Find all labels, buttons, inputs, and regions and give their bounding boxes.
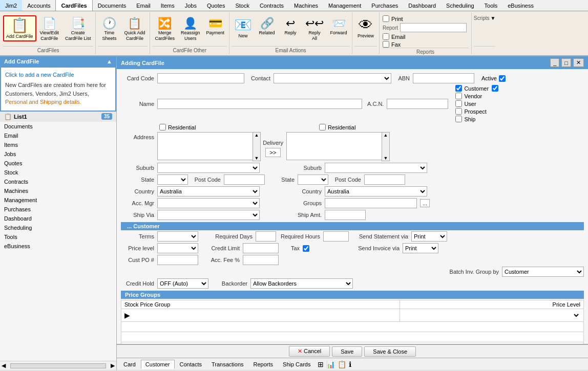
- acn-input[interactable]: [387, 99, 448, 109]
- menu-stock[interactable]: Stock: [230, 0, 255, 11]
- residential-checkbox-left[interactable]: [159, 124, 166, 130]
- print-checkbox[interactable]: [383, 15, 389, 22]
- sidebar-item-stock[interactable]: Stock: [0, 168, 116, 177]
- chart-icon[interactable]: 📊: [326, 360, 335, 368]
- related-button[interactable]: 🔗 Related: [256, 15, 278, 37]
- sidebar-item-contracts[interactable]: Contracts: [0, 177, 116, 186]
- reply-button[interactable]: ↩ Reply: [279, 15, 302, 37]
- residential-checkbox-right[interactable]: [319, 124, 326, 130]
- sidebar-item-ebusiness[interactable]: eBusiness: [0, 242, 116, 251]
- menu-machines[interactable]: Machines: [289, 0, 323, 11]
- price-group-expand-icon[interactable]: ▶: [124, 311, 130, 319]
- new-email-button[interactable]: 📧 New: [232, 15, 255, 40]
- sidebar-item-jobs[interactable]: Jobs: [0, 149, 116, 159]
- add-cardfile-button[interactable]: 📋 Add CardFile: [3, 15, 36, 41]
- send-statement-select[interactable]: Print: [411, 231, 447, 242]
- sidebar-item-scheduling[interactable]: Scheduling: [0, 223, 116, 232]
- suburb-select-left[interactable]: [157, 163, 260, 173]
- customer-checkbox[interactable]: [455, 85, 462, 92]
- delivery-scroll-down-icon[interactable]: ▼: [384, 156, 388, 161]
- menu-purchases[interactable]: Purchases: [366, 0, 403, 11]
- tax-checkbox[interactable]: [303, 245, 309, 252]
- menu-dashboard[interactable]: Dashboard: [403, 0, 441, 11]
- required-days-input[interactable]: [256, 231, 276, 242]
- time-sheets-button[interactable]: 🕐 TimeSheets: [98, 15, 120, 43]
- scroll-right-icon[interactable]: ▶: [109, 362, 116, 369]
- price-level-select[interactable]: [157, 243, 198, 253]
- menu-ebusiness[interactable]: eBusiness: [502, 0, 539, 11]
- sidebar-item-email[interactable]: Email: [0, 131, 116, 140]
- menu-cardfiles[interactable]: CardFiles: [55, 0, 92, 11]
- state-select-right[interactable]: [298, 174, 328, 185]
- payment-button[interactable]: 💳 Payment: [203, 15, 227, 37]
- user-checkbox[interactable]: [455, 100, 462, 107]
- country-select-right[interactable]: Australia: [325, 186, 427, 197]
- ship-amt-input[interactable]: 0.00: [325, 210, 366, 220]
- save-close-button[interactable]: Save & Close: [364, 346, 416, 357]
- tab-transactions[interactable]: Transactions: [207, 360, 248, 369]
- scroll-down-icon[interactable]: ▼: [255, 156, 259, 161]
- tab-card[interactable]: Card: [119, 360, 140, 369]
- prospect-checkbox[interactable]: [455, 108, 462, 115]
- tab-reports[interactable]: Reports: [249, 360, 278, 369]
- post-code-input-left[interactable]: [224, 174, 265, 185]
- ship-checkbox[interactable]: [455, 116, 462, 122]
- preview-button[interactable]: 👁 Preview: [354, 15, 377, 40]
- terms-select[interactable]: [157, 231, 198, 242]
- menu-management[interactable]: Management: [323, 0, 366, 11]
- horizontal-scrollbar[interactable]: ◀ ▶: [0, 361, 116, 370]
- menu-email[interactable]: Email: [131, 0, 156, 11]
- delivery-scroll-up-icon[interactable]: ▲: [384, 133, 388, 138]
- menu-items[interactable]: Items: [156, 0, 180, 11]
- sidebar-item-dashboard[interactable]: Dashboard: [0, 214, 116, 223]
- menu-tools[interactable]: Tools: [479, 0, 503, 11]
- sidebar-item-purchases[interactable]: Purchases: [0, 205, 116, 214]
- forward-button[interactable]: 📨 Forward: [327, 15, 350, 37]
- sidebar-item-documents[interactable]: Documents: [0, 122, 116, 131]
- menu-documents[interactable]: Documents: [93, 0, 132, 11]
- credit-limit-input[interactable]: 0.00: [243, 243, 279, 253]
- doc-icon[interactable]: 📋: [338, 360, 346, 368]
- required-hours-input[interactable]: [323, 231, 349, 242]
- scroll-track[interactable]: [10, 363, 106, 368]
- groups-browse-button[interactable]: ...: [420, 199, 430, 207]
- tab-ship-cards[interactable]: Ship Cards: [278, 360, 315, 369]
- save-button[interactable]: Save: [332, 346, 362, 357]
- price-group-cell-1[interactable]: ▶: [121, 309, 400, 322]
- sidebar-list1-item[interactable]: 📋 List1 35: [0, 112, 116, 122]
- menu-scheduling[interactable]: Scheduling: [441, 0, 479, 11]
- sidebar-item-tools[interactable]: Tools: [0, 232, 116, 242]
- post-code-input-right[interactable]: [364, 174, 405, 185]
- email-checkbox[interactable]: [383, 33, 389, 40]
- scroll-left-icon[interactable]: ◀: [0, 362, 7, 369]
- suburb-select-right[interactable]: [325, 163, 427, 173]
- merge-cardfiles-button[interactable]: 🔀 MergeCardFiles: [152, 15, 177, 43]
- sidebar-item-items[interactable]: Items: [0, 140, 116, 149]
- menu-jobs[interactable]: Jobs: [180, 0, 202, 11]
- credit-hold-select[interactable]: OFF (Auto): [157, 278, 208, 289]
- price-level-select-row[interactable]: [403, 310, 580, 320]
- groups-input[interactable]: [325, 198, 417, 208]
- grid-icon[interactable]: ⊞: [318, 360, 324, 368]
- copy-address-button[interactable]: >>: [265, 148, 281, 157]
- info-icon[interactable]: ℹ: [349, 360, 351, 368]
- sidebar-item-quotes[interactable]: Quotes: [0, 159, 116, 168]
- sidebar-tooltip-link[interactable]: Click to add a new CardFile: [5, 72, 111, 78]
- maximize-button[interactable]: □: [561, 58, 571, 67]
- sidebar-collapse-icon[interactable]: ▲: [107, 58, 112, 64]
- address-textarea[interactable]: [157, 132, 260, 160]
- card-code-input[interactable]: [157, 73, 244, 83]
- create-cardfile-list-button[interactable]: 📑 CreateCardFile List: [62, 15, 94, 43]
- cust-po-input[interactable]: [157, 255, 198, 265]
- backorder-select[interactable]: Allow Backorders: [250, 278, 353, 289]
- reply-all-button[interactable]: ↩↩ ReplyAll: [303, 15, 326, 43]
- customer-right-checkbox[interactable]: [492, 85, 498, 92]
- view-edit-cardfile-button[interactable]: 📄 View/EditCardFile: [37, 15, 61, 43]
- menu-accounts[interactable]: Accounts: [22, 0, 55, 11]
- delivery-textarea[interactable]: [286, 132, 389, 160]
- address-scrollbar[interactable]: ▲ ▼: [253, 132, 261, 161]
- abn-input[interactable]: [413, 73, 474, 83]
- state-select-left[interactable]: [157, 174, 188, 185]
- tab-customer[interactable]: Customer: [141, 360, 175, 369]
- price-level-cell-1[interactable]: [400, 309, 584, 322]
